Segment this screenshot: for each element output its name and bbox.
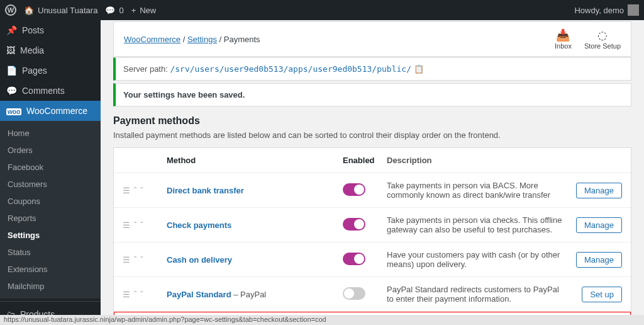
drag-handle-icon[interactable]: ☰ [123,290,130,299]
submenu-settings[interactable]: Settings [0,227,101,244]
submenu-orders[interactable]: Orders [0,142,101,159]
submenu-customers[interactable]: Customers [0,176,101,193]
method-desc: PayPal Standard redirects customers to P… [387,285,565,304]
manage-button[interactable]: Set up [582,287,622,302]
breadcrumb-settings[interactable]: Settings [187,35,217,44]
manage-button[interactable]: Manage [576,252,622,268]
method-desc: Take payments in person via BACS. More c… [387,181,565,200]
menu-comments[interactable]: 💬Comments [0,81,101,101]
menu-icon: woo [6,106,21,116]
server-path-notice: Server path: /srv/users/user9ed0b513/app… [113,57,631,81]
breadcrumb-payments: Payments [224,35,260,44]
move-up-icon[interactable]: ˆ [134,220,136,230]
admin-sidebar: 📌Posts🖼Media📄Pages💬CommentswooWooCommerc… [0,20,101,325]
menu-woocommerce[interactable]: wooWooCommerce [0,101,101,121]
saved-notice: Your settings have been saved. [113,83,631,106]
method-link[interactable]: Check payments [167,220,231,230]
payment-methods-table: Method Enabled Description ☰ ˆ ˇDirect b… [113,147,631,315]
breadcrumb: WooCommerce / Settings / Payments [124,35,260,44]
method-link[interactable]: Direct bank transfer [167,186,244,195]
site-name[interactable]: 🏠 Unusual Tuatara [24,6,97,15]
menu-pages[interactable]: 📄Pages [0,60,101,81]
col-enabled: Enabled [343,156,387,165]
menu-icon: 📌 [6,25,17,35]
payment-row: ☰ ˆ ˇCash on deliveryHave your customers… [114,242,631,277]
manage-button[interactable]: Manage [576,217,622,233]
move-down-icon[interactable]: ˇ [140,186,143,195]
comments-count[interactable]: 💬 0 [105,6,123,15]
main-content: WooCommerce / Settings / Payments 📥Inbox… [101,20,644,315]
col-method: Method [167,156,343,165]
menu-media[interactable]: 🖼Media [0,40,101,60]
submenu-mailchimp[interactable]: Mailchimp [0,278,101,295]
method-link[interactable]: Cash on delivery [167,255,232,265]
submenu-facebook[interactable]: Facebook [0,159,101,176]
submenu-reports[interactable]: Reports [0,210,101,227]
enabled-toggle[interactable] [343,287,365,300]
menu-icon: 🖼 [6,45,15,55]
enabled-toggle[interactable] [343,253,365,265]
move-up-icon[interactable]: ˆ [134,255,136,265]
submenu-status[interactable]: Status [0,244,101,261]
new-content[interactable]: + New [131,6,157,15]
payment-row: ☰ ˆ ˇDirect bank transferTake payments i… [114,173,631,208]
section-desc: Installed payment methods are listed bel… [113,130,631,140]
menu-icon: 📄 [6,66,17,76]
submenu-coupons[interactable]: Coupons [0,193,101,210]
status-bar: https://unusual-tuatara.jurassic.ninja/w… [0,315,644,325]
move-down-icon[interactable]: ˇ [140,220,143,230]
payment-row: ☰ ˆ ˇPayPal Standard – PayPalPayPal Stan… [114,277,631,312]
store-setup-button[interactable]: ◌Store Setup [584,28,621,50]
move-up-icon[interactable]: ˆ [134,186,136,195]
submenu-home[interactable]: Home [0,125,101,142]
col-description: Description [387,156,565,165]
enabled-toggle[interactable] [343,183,365,196]
manage-button[interactable]: Manage [576,183,622,198]
menu-icon: 💬 [6,86,17,96]
payment-row: ☰ ˆ ˇCheck paymentsTake payments in pers… [114,208,631,242]
submenu-extensions[interactable]: Extensions [0,261,101,278]
method-link[interactable]: PayPal Standard [167,290,231,299]
drag-handle-icon[interactable]: ☰ [123,186,130,195]
enabled-toggle[interactable] [343,218,365,231]
drag-handle-icon[interactable]: ☰ [123,220,130,230]
avatar [628,4,639,16]
move-down-icon[interactable]: ˇ [140,290,143,299]
menu-posts[interactable]: 📌Posts [0,20,101,40]
drag-handle-icon[interactable]: ☰ [123,255,130,265]
wp-logo-icon[interactable]: W [5,4,16,16]
howdy-user[interactable]: Howdy, demo [574,4,639,16]
method-desc: Have your customers pay with cash (or by… [387,250,565,269]
breadcrumb-woo[interactable]: WooCommerce [124,35,180,44]
inbox-icon: 📥 [555,28,572,42]
move-down-icon[interactable]: ˇ [140,255,143,265]
move-up-icon[interactable]: ˆ [134,290,136,299]
section-title: Payment methods [113,115,631,127]
copy-icon[interactable]: 📋 [414,64,424,74]
store-setup-icon: ◌ [584,28,621,42]
method-desc: Take payments in person via checks. This… [387,215,565,234]
inbox-button[interactable]: 📥Inbox [555,28,572,50]
